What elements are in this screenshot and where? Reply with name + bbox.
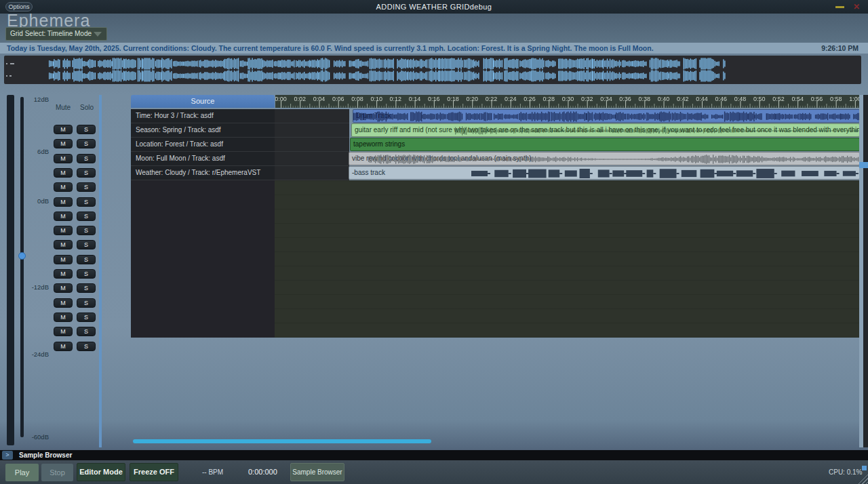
mute-button[interactable]: M <box>54 283 73 293</box>
track-gap-cell <box>275 152 349 166</box>
expander-chevron-icon[interactable]: > <box>2 451 13 460</box>
solo-button[interactable]: S <box>77 211 96 221</box>
grid-select-label: Grid Select: Timeline Mode <box>10 30 92 37</box>
stop-button[interactable]: Stop <box>41 464 73 481</box>
channel-row: MS <box>54 168 97 178</box>
mute-button[interactable]: M <box>54 154 73 163</box>
empty-source-rows[interactable] <box>131 180 275 338</box>
mute-button[interactable]: M <box>54 255 73 264</box>
freeze-toggle-button[interactable]: Freeze OFF <box>130 463 178 481</box>
solo-button[interactable]: S <box>77 327 96 336</box>
mute-button[interactable]: M <box>54 168 73 178</box>
channel-row: MS <box>54 312 97 322</box>
mute-button[interactable]: M <box>54 298 73 308</box>
track-gap-cell <box>275 109 349 123</box>
status-bar: Today is Tuesday, May 20th, 2025. Curren… <box>0 43 868 54</box>
solo-button[interactable]: S <box>77 283 96 293</box>
timeline-label: 0:16 <box>425 96 443 102</box>
solo-button[interactable]: S <box>77 312 96 322</box>
solo-button[interactable]: S <box>77 125 96 134</box>
sample-browser-bar-label: Sample Browser <box>19 450 72 460</box>
mute-button[interactable]: M <box>54 211 73 221</box>
timeline-label: 0:40 <box>654 96 673 102</box>
timeline-label: 0:04 <box>309 96 328 102</box>
mute-button[interactable]: M <box>54 269 73 279</box>
db-scale-label: -24dB <box>24 350 49 358</box>
channel-row: MS <box>54 154 97 163</box>
solo-button[interactable]: S <box>77 342 96 351</box>
mute-button[interactable]: M <box>54 327 73 336</box>
waveform-overview[interactable] <box>4 56 861 84</box>
timeline-label: 0:26 <box>520 96 539 102</box>
track-source-cell[interactable]: Moon: Full Moon / Track: asdf <box>131 152 275 166</box>
toolbar-marker <box>862 466 867 470</box>
panel-splitter[interactable] <box>99 95 102 447</box>
mute-button[interactable]: M <box>54 342 73 351</box>
mute-button[interactable]: M <box>54 125 73 134</box>
channel-row: MS <box>54 226 97 235</box>
channel-row: MS <box>54 197 97 207</box>
track-source-cell[interactable]: Time: Hour 3 / Track: asdf <box>131 109 275 123</box>
timeline-label: 0:28 <box>539 96 558 102</box>
track-source-cell[interactable]: Weather: Cloudy / Track: r/EphemeraVST <box>131 166 275 180</box>
timeline-label: 0:36 <box>616 96 635 102</box>
title-bar: Options ADDING WEATHER GRIDdebug ✕ <box>0 0 868 14</box>
level-meter <box>7 95 14 445</box>
play-button[interactable]: Play <box>5 464 39 481</box>
bpm-display: -- BPM <box>202 460 223 484</box>
mute-button[interactable]: M <box>54 197 73 207</box>
solo-button[interactable]: S <box>77 240 96 249</box>
volume-slider-track[interactable] <box>20 97 24 437</box>
track-gap-cell <box>275 138 349 152</box>
timeline-ruler[interactable]: 0:000:020:040:060:080:100:120:140:160:18… <box>275 95 860 108</box>
channel-row: MS <box>54 211 97 221</box>
audio-clip[interactable]: Drum Track <box>353 109 860 123</box>
solo-button[interactable]: S <box>77 168 96 178</box>
timeline-label: 0:18 <box>443 96 462 102</box>
solo-button[interactable]: S <box>77 255 96 264</box>
volume-slider-handle[interactable] <box>18 252 26 260</box>
grid-select-dropdown[interactable]: Grid Select: Timeline Mode <box>5 27 107 41</box>
timeline-label: 0:38 <box>635 96 654 102</box>
timeline-label: 0:00 <box>275 96 290 102</box>
horizontal-scrollbar[interactable] <box>133 439 431 443</box>
clip-waveform-canvas <box>349 153 860 165</box>
solo-button[interactable]: S <box>77 298 96 308</box>
solo-button[interactable]: S <box>77 182 96 192</box>
mute-button[interactable]: M <box>54 182 73 192</box>
audio-clip[interactable]: guitar early riff and mid (not sure why … <box>351 123 860 137</box>
solo-button[interactable]: S <box>77 269 96 279</box>
timeline-label: 0:02 <box>290 96 309 102</box>
clip-label: tapeworm strings <box>353 138 405 150</box>
mute-button[interactable]: M <box>54 240 73 249</box>
track-gap-cell <box>275 123 349 138</box>
mute-button[interactable]: M <box>54 226 73 235</box>
solo-button[interactable]: S <box>77 226 96 235</box>
channel-row: MS <box>54 240 97 249</box>
db-scale-label: 0dB <box>24 197 49 205</box>
mute-button[interactable]: M <box>54 312 73 322</box>
audio-clip[interactable]: tapeworm strings <box>350 138 860 151</box>
vertical-scrollbar[interactable] <box>859 95 863 447</box>
audio-clip[interactable]: vibe rewind cocoon with chords tool anda… <box>349 152 860 165</box>
track-source-cell[interactable]: Season: Spring / Track: asdf <box>131 123 275 138</box>
track-source-cell[interactable]: Location: Forest / Track: asdf <box>131 138 275 152</box>
solo-button[interactable]: S <box>77 154 96 163</box>
empty-timeline-rows[interactable] <box>275 180 860 338</box>
solo-button[interactable]: S <box>77 139 96 148</box>
overview-waveform-canvas <box>4 56 861 84</box>
editor-mode-button[interactable]: Editor Mode <box>77 463 125 481</box>
sample-browser-button[interactable]: Sample Browser <box>290 463 344 481</box>
mute-solo-rows: MSMSMSMSMSMSMSMSMSMSMSMSMSMSMSMS <box>54 125 97 359</box>
minimize-icon[interactable] <box>835 6 844 8</box>
mute-column-header: Mute <box>54 104 73 111</box>
solo-button[interactable]: S <box>77 197 96 207</box>
clock-text: 9:26:10 PM <box>821 43 859 54</box>
db-scale-label: 6dB <box>24 148 49 155</box>
audio-clip[interactable]: -bass track <box>349 166 860 180</box>
close-icon[interactable]: ✕ <box>852 2 861 12</box>
caret-down-icon <box>94 32 102 37</box>
timeline-label: 0:54 <box>788 96 807 102</box>
mute-button[interactable]: M <box>54 139 73 148</box>
timeline-label: 0:32 <box>578 96 597 102</box>
